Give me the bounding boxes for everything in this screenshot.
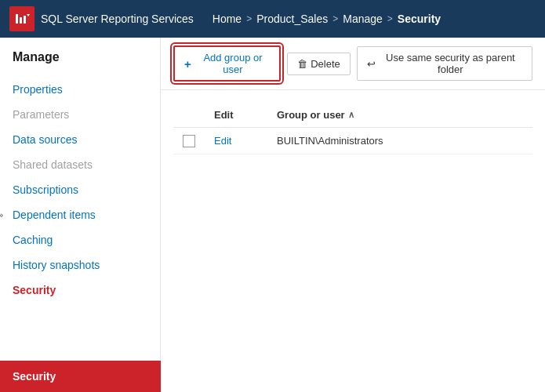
main-layout: Manage Properties Parameters Data source…	[0, 38, 545, 392]
row-checkbox[interactable]	[183, 135, 195, 147]
security-table: Edit Group or user ∧	[173, 103, 532, 154]
sidebar: Manage Properties Parameters Data source…	[0, 38, 161, 392]
sidebar-item-histsnapshots[interactable]: History snapshots	[0, 252, 160, 278]
svg-marker-3	[27, 14, 30, 16]
svg-rect-0	[16, 14, 18, 24]
delete-button[interactable]: 🗑 Delete	[287, 53, 351, 75]
sidebar-item-caching[interactable]: Caching	[0, 227, 160, 252]
breadcrumb: Home > Product_Sales > Manage > Security	[213, 13, 441, 25]
sidebar-item-properties[interactable]: Properties	[0, 77, 160, 102]
table-body: Edit BUILTIN\Administrators	[173, 128, 532, 154]
toolbar: + Add group or user 🗑 Delete ↩ Use same …	[161, 38, 545, 90]
table-container: Edit Group or user ∧	[161, 90, 545, 167]
breadcrumb-sep-1: >	[246, 13, 252, 24]
row-group-user-cell: BUILTIN\Administrators	[267, 128, 532, 154]
undo-icon: ↩	[367, 58, 376, 70]
col-header-checkbox	[173, 103, 205, 128]
sidebar-item-datasources[interactable]: Data sources	[0, 127, 160, 152]
edit-link[interactable]: Edit	[214, 135, 231, 147]
col-header-group-label: Group or user	[277, 109, 345, 121]
delete-button-label: Delete	[311, 58, 340, 70]
breadcrumb-home[interactable]: Home	[213, 13, 242, 25]
breadcrumb-security: Security	[398, 13, 441, 25]
app-logo	[9, 6, 35, 31]
sort-arrow-icon: ∧	[348, 110, 354, 120]
sidebar-item-security[interactable]: Security	[0, 278, 160, 303]
sidebar-title: Manage	[0, 50, 160, 77]
svg-rect-1	[20, 17, 22, 24]
row-checkbox-cell	[173, 128, 205, 154]
plus-icon: +	[184, 57, 191, 71]
sidebar-nav: Properties Parameters Data sources Share…	[0, 77, 160, 303]
breadcrumb-sep-3: >	[387, 13, 393, 24]
bottom-bar-label: Security	[13, 370, 56, 383]
logo-icon	[14, 11, 30, 27]
svg-rect-2	[24, 16, 26, 24]
col-header-group-or-user[interactable]: Group or user ∧	[267, 103, 532, 128]
add-group-or-user-button[interactable]: + Add group or user	[173, 45, 281, 82]
table-row: Edit BUILTIN\Administrators	[173, 128, 532, 154]
sidebar-item-shareddatasets: Shared datasets	[0, 152, 160, 177]
breadcrumb-product-sales[interactable]: Product_Sales	[256, 13, 328, 25]
row-edit-cell: Edit	[205, 128, 267, 154]
breadcrumb-sep-2: >	[332, 13, 338, 24]
sidebar-item-subscriptions[interactable]: Subscriptions	[0, 177, 160, 202]
collapse-chevron[interactable]: »	[0, 210, 3, 220]
sidebar-item-parameters: Parameters	[0, 102, 160, 127]
main-content: + Add group or user 🗑 Delete ↩ Use same …	[161, 38, 545, 392]
add-button-label: Add group or user	[196, 52, 270, 75]
app-name: SQL Server Reporting Services	[41, 13, 194, 25]
same-security-button[interactable]: ↩ Use same security as parent folder	[357, 46, 532, 81]
bottom-bar: Security	[0, 361, 161, 392]
breadcrumb-manage[interactable]: Manage	[343, 13, 383, 25]
col-header-edit: Edit	[205, 103, 267, 128]
sidebar-item-dependentitems[interactable]: Dependent items	[0, 202, 160, 227]
trash-icon: 🗑	[297, 58, 307, 70]
table-header-row: Edit Group or user ∧	[173, 103, 532, 128]
topbar: SQL Server Reporting Services Home > Pro…	[0, 0, 545, 38]
same-security-label: Use same security as parent folder	[379, 52, 522, 75]
